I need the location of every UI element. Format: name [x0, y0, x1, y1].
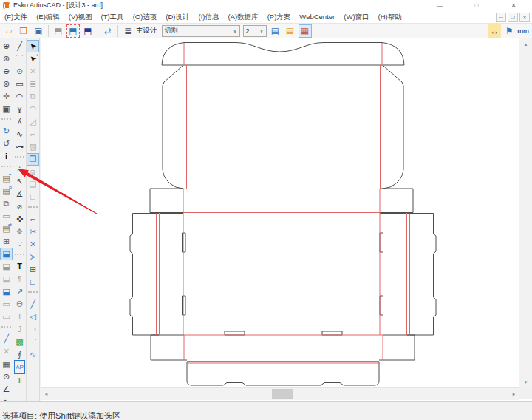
circle-tool[interactable]: ⊙: [13, 65, 26, 78]
view-3d-button[interactable]: ⬒: [81, 24, 95, 38]
menu-tools[interactable]: (T)工具: [96, 13, 128, 22]
cut-line-3[interactable]: [150, 189, 413, 213]
design-info-tool[interactable]: i: [0, 150, 13, 163]
select-add-tool[interactable]: ➤+: [27, 52, 39, 65]
crease-line-8[interactable]: [187, 362, 379, 364]
zigzag-tool[interactable]: ∿: [27, 348, 39, 361]
menu-window[interactable]: (W)窗口: [339, 13, 373, 22]
chamfer-tool[interactable]: ◿: [27, 115, 39, 128]
cut-line-1[interactable]: [163, 66, 185, 189]
cut-line-6[interactable]: [160, 214, 406, 336]
move-tool[interactable]: ✜: [13, 213, 26, 226]
crease-line-4[interactable]: [183, 189, 380, 335]
close-button[interactable]: ✕: [495, 0, 532, 11]
add-to-3d-button[interactable]: ⬒: [66, 24, 80, 38]
scroll-up-icon[interactable]: ▴: [519, 38, 532, 50]
vertical-scrollbar[interactable]: ▴ ▾: [519, 38, 532, 387]
layer-highlight-button[interactable]: ▤: [284, 24, 297, 38]
j-text-tool[interactable]: J: [13, 323, 26, 336]
leader-tool[interactable]: ↗: [13, 285, 26, 298]
panels-tool[interactable]: ❏: [27, 178, 39, 191]
menu-info[interactable]: (I)信息: [194, 13, 224, 22]
maximize-button[interactable]: □: [458, 0, 495, 11]
measure-angle-tool[interactable]: ◁: [27, 311, 39, 323]
zoom-out-tool[interactable]: ⊖: [0, 65, 13, 78]
ap-label-tool[interactable]: AP: [13, 361, 26, 373]
corner-cut-tool[interactable]: ⌐: [27, 213, 39, 226]
units-toggle-button[interactable]: ↔: [488, 24, 501, 38]
menu-edit[interactable]: (E)编辑: [32, 13, 64, 22]
overview-button[interactable]: ⚑: [502, 24, 516, 38]
curve-tool[interactable]: ◠: [13, 90, 26, 103]
sheets-tool[interactable]: ≣: [27, 78, 39, 90]
viewport-tool[interactable]: ⊞: [27, 263, 39, 276]
pan-tool[interactable]: ✛: [0, 90, 13, 103]
layer-manager-button[interactable]: ▤: [269, 24, 282, 38]
child-restore-button[interactable]: ❐: [508, 13, 518, 22]
hatch-fill-tool[interactable]: ▩: [13, 336, 26, 348]
menu-project[interactable]: (P)方案: [263, 13, 296, 22]
circle-center-tool[interactable]: ⊙: [0, 370, 13, 383]
perspective-tool[interactable]: ∠: [0, 383, 13, 396]
board-split-tool[interactable]: ▤⇄: [0, 223, 13, 235]
frame-a-tool[interactable]: ▭: [0, 298, 13, 311]
scroll-down-icon[interactable]: ▾: [519, 376, 532, 387]
menu-help[interactable]: (H)帮助: [374, 13, 406, 22]
hatch-tool[interactable]: ▦: [0, 358, 13, 370]
crease-line-0[interactable]: [184, 43, 382, 65]
spline-tool[interactable]: ɣ: [13, 103, 26, 115]
rebuild-tool[interactable]: ↻: [0, 125, 13, 138]
fill-color-tool[interactable]: ⬓: [0, 248, 13, 260]
fill-blue-tool[interactable]: ⬓: [0, 285, 13, 298]
point-move-tool[interactable]: ↖: [13, 175, 26, 188]
barcode-tool[interactable]: |||: [13, 373, 26, 386]
cut-line-8[interactable]: [151, 335, 415, 360]
text-tool[interactable]: T: [13, 260, 26, 273]
zoom-previous-tool[interactable]: ⊛: [0, 52, 13, 65]
child-close-button[interactable]: ✕: [519, 13, 530, 22]
horizontal-scrollbar[interactable]: ◂ ▸: [41, 387, 519, 400]
rebuild-playback-tool[interactable]: ↺: [0, 138, 13, 150]
mirror-tool[interactable]: ▨: [27, 140, 39, 153]
cut-line-9[interactable]: [187, 362, 379, 385]
duplicate-tool[interactable]: ⧉: [27, 90, 39, 103]
menu-design[interactable]: (D)设计: [161, 13, 194, 22]
segment-tool[interactable]: ⊶: [13, 140, 26, 153]
board-plain-tool[interactable]: ▭: [0, 210, 13, 223]
board-star-tool[interactable]: ▤✦: [0, 172, 13, 185]
cubes-stack-tool[interactable]: ⧈: [27, 166, 39, 178]
ellipse-dim-tool[interactable]: Θ: [13, 298, 26, 311]
bend-gray-tool[interactable]: ∟: [27, 191, 39, 203]
minimize-button[interactable]: —: [421, 0, 458, 11]
cut-line-0[interactable]: [162, 43, 404, 66]
offset-points-tool[interactable]: ∵: [13, 238, 26, 251]
scroll-left-icon[interactable]: ◂: [41, 388, 52, 399]
layer-type-combo[interactable]: 切割∨: [162, 25, 240, 37]
crease-line-5[interactable]: [157, 214, 410, 336]
select-tool[interactable]: ➤: [27, 40, 39, 52]
text-italic-tool[interactable]: T: [13, 311, 26, 323]
fillet-tool[interactable]: ◠: [27, 103, 39, 115]
save-button[interactable]: ▣: [32, 24, 45, 38]
cut-line-10[interactable]: [183, 233, 383, 315]
scale-to-fit-tool[interactable]: ▣: [0, 103, 13, 115]
measure-line-tool[interactable]: ╱: [27, 298, 39, 311]
diag-line-tool[interactable]: ╱: [0, 333, 13, 345]
board-b-tool[interactable]: ▤B: [0, 185, 13, 197]
run-standard-button[interactable]: ❒: [17, 24, 30, 38]
points-tool[interactable]: ∴: [13, 163, 26, 175]
menu-view[interactable]: (V)视图: [64, 13, 97, 22]
divide-tool[interactable]: ⋰: [27, 336, 39, 348]
menu-options[interactable]: (O)选项: [129, 13, 162, 22]
paragraph-tool[interactable]: ¶: [13, 273, 26, 285]
convert-3d-button[interactable]: ⬒: [52, 24, 65, 38]
rectangle-tool[interactable]: ▭: [13, 78, 26, 90]
board-stack-tool[interactable]: ⧉: [0, 197, 13, 210]
zoom-region-tool[interactable]: ⊚: [0, 78, 13, 90]
cube-3d-tool[interactable]: ❒: [27, 153, 39, 166]
cut-line-2[interactable]: [381, 66, 403, 189]
wave-tool[interactable]: ∿: [13, 128, 26, 140]
line-tool[interactable]: ╱: [13, 40, 26, 52]
cut-line-5[interactable]: [407, 214, 436, 336]
trim-tool[interactable]: ✂: [27, 226, 39, 238]
